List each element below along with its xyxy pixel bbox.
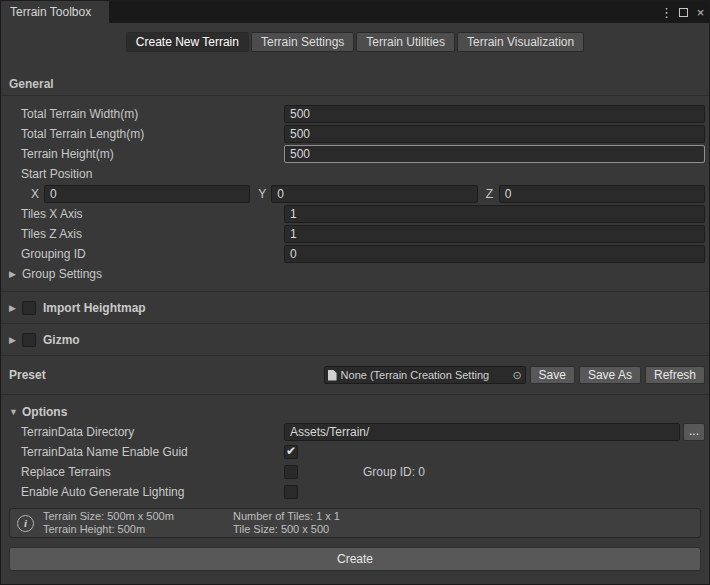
close-icon[interactable]: × [692,1,709,23]
titlebar: Terrain Toolbox ⋮ × [1,1,709,23]
foldout-arrow-icon[interactable]: ▼ [9,407,22,417]
terrain-height-label: Terrain Height(m) [21,147,284,161]
terrain-height-text: Terrain Height: 500m [43,523,233,536]
tiles-z-row: Tiles Z Axis [1,224,709,244]
auto-lighting-row: Enable Auto Generate Lighting [1,482,709,502]
save-button[interactable]: Save [530,366,575,384]
start-position-xyz-row: X Y Z [1,184,709,204]
group-id-value: Group ID: 0 [363,465,425,479]
create-button[interactable]: Create [9,547,701,571]
preset-object-field[interactable]: None (Terrain Creation Setting ⊙ [324,366,526,384]
gizmo-label: Gizmo [43,333,80,347]
foldout-arrow-icon[interactable]: ▶ [9,335,22,345]
tiles-x-row: Tiles X Axis [1,204,709,224]
group-settings-foldout[interactable]: ▶ Group Settings [1,264,709,284]
tab-terrain-settings[interactable]: Terrain Settings [251,32,354,52]
preset-label: Preset [9,368,46,382]
preset-value: None (Terrain Creation Setting [341,369,510,381]
terraindata-directory-label: TerrainData Directory [21,425,284,439]
start-position-z: Z [486,185,705,203]
total-terrain-width-input[interactable] [284,105,705,123]
grouping-id-label: Grouping ID [21,247,284,261]
name-guid-label: TerrainData Name Enable Guid [21,445,284,459]
name-guid-checkbox[interactable]: ✔ [284,445,298,459]
maximize-icon[interactable] [675,1,692,23]
scriptable-object-icon [328,370,337,381]
total-terrain-length-label: Total Terrain Length(m) [21,127,284,141]
general-rows: Total Terrain Width(m) Total Terrain Len… [1,104,709,284]
replace-terrains-row: Replace Terrains Group ID: 0 [1,462,709,482]
tiles-z-label: Tiles Z Axis [21,227,284,241]
window-menu-icon[interactable]: ⋮ [658,1,675,23]
start-position-label: Start Position [21,167,284,181]
terraindata-directory-row: TerrainData Directory ... [1,422,709,442]
import-heightmap-foldout[interactable]: ▶ Import Heightmap [1,292,709,323]
start-position-z-input[interactable] [499,185,705,203]
check-icon: ✔ [286,444,296,458]
mode-tabbar: Create New Terrain Terrain Settings Terr… [1,23,709,52]
terrain-size-text: Terrain Size: 500m x 500m [43,510,233,523]
general-section-header: General [1,77,709,91]
import-heightmap-label: Import Heightmap [43,301,146,315]
x-axis-label: X [31,187,44,201]
total-terrain-length-input[interactable] [284,125,705,143]
tiles-z-input[interactable] [284,225,705,243]
divider [1,394,709,395]
name-guid-row: TerrainData Name Enable Guid ✔ [1,442,709,462]
replace-terrains-checkbox[interactable] [284,465,298,479]
import-heightmap-checkbox[interactable] [22,301,36,315]
tab-create-new-terrain[interactable]: Create New Terrain [126,32,249,52]
gizmo-checkbox[interactable] [22,333,36,347]
browse-directory-button[interactable]: ... [683,423,705,441]
start-position-y-input[interactable] [271,185,477,203]
grouping-id-input[interactable] [284,245,705,263]
maximize-square-icon [679,8,688,17]
gizmo-foldout[interactable]: ▶ Gizmo [1,324,709,355]
divider [1,95,709,96]
save-as-button[interactable]: Save As [579,366,641,384]
object-picker-icon[interactable]: ⊙ [510,369,525,382]
preset-row: Preset None (Terrain Creation Setting ⊙ … [1,356,709,394]
tiles-x-label: Tiles X Axis [21,207,284,221]
y-axis-label: Y [258,187,271,201]
foldout-arrow-icon[interactable]: ▶ [9,269,22,279]
tiles-column: Number of Tiles: 1 x 1 Tile Size: 500 x … [233,510,340,536]
terrain-toolbox-window: Terrain Toolbox ⋮ × Create New Terrain T… [0,0,710,585]
info-icon: i [17,515,34,532]
titlebar-spacer [109,1,658,23]
total-terrain-length-row: Total Terrain Length(m) [1,124,709,144]
tiles-x-input[interactable] [284,205,705,223]
auto-lighting-checkbox[interactable] [284,485,298,499]
start-position-y: Y [258,185,477,203]
tile-size-text: Tile Size: 500 x 500 [233,523,340,536]
z-axis-label: Z [486,187,499,201]
terrain-height-input[interactable] [284,145,705,163]
start-position-x-input[interactable] [44,185,250,203]
number-of-tiles-text: Number of Tiles: 1 x 1 [233,510,340,523]
options-rows: TerrainData Directory ... TerrainData Na… [1,422,709,502]
group-settings-label: Group Settings [22,267,102,281]
terrain-size-column: Terrain Size: 500m x 500m Terrain Height… [43,510,233,536]
refresh-button[interactable]: Refresh [645,366,705,384]
tab-terrain-utilities[interactable]: Terrain Utilities [356,32,455,52]
total-terrain-width-row: Total Terrain Width(m) [1,104,709,124]
window-title: Terrain Toolbox [10,5,91,19]
terrain-info-box: i Terrain Size: 500m x 500m Terrain Heig… [9,508,701,538]
tab-terrain-visualization[interactable]: Terrain Visualization [457,32,584,52]
options-foldout[interactable]: ▼ Options [1,404,709,420]
total-terrain-width-label: Total Terrain Width(m) [21,107,284,121]
grouping-id-row: Grouping ID [1,244,709,264]
start-position-x: X [31,185,250,203]
terraindata-directory-input[interactable] [284,423,680,441]
replace-terrains-label: Replace Terrains [21,465,284,479]
window-tab[interactable]: Terrain Toolbox [1,1,109,23]
foldout-arrow-icon[interactable]: ▶ [9,303,22,313]
auto-lighting-label: Enable Auto Generate Lighting [21,485,284,499]
options-header-label: Options [22,405,67,419]
terrain-height-row: Terrain Height(m) [1,144,709,164]
start-position-row: Start Position [1,164,709,184]
